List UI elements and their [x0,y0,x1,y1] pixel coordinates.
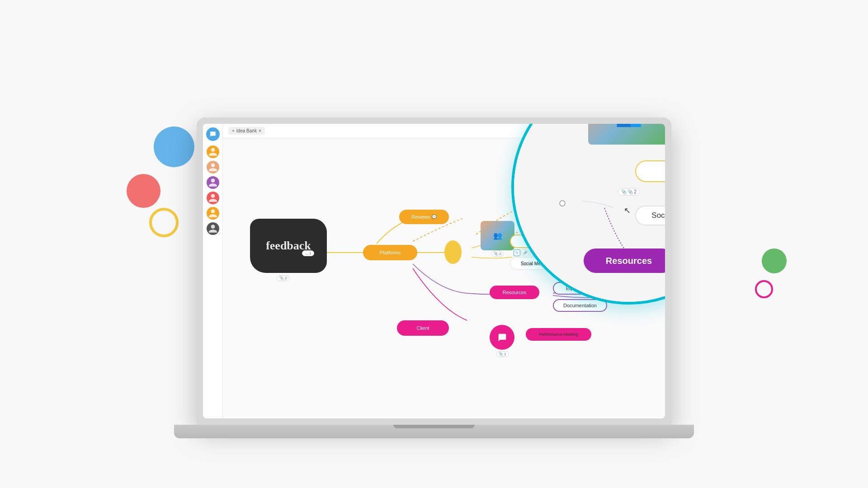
tab-plus: + [232,128,235,133]
sidebar-avatar-2[interactable] [207,161,219,174]
deco-yellow-ring [149,208,179,237]
tab-label: Idea Bank [236,128,257,133]
performance-meeting-label: Performance Meeting [539,332,578,337]
zoom-email-node[interactable]: Email [635,160,665,182]
documentation-label: Documentation [563,303,597,308]
zoom-content: 👥 📎📎 2 [514,124,665,302]
chat-circle-node[interactable] [490,325,514,350]
zoom-overlay: 👥 📎📎 2 [511,124,665,305]
zoom-cursor: ↖ [624,206,631,216]
laptop-notch [393,425,475,428]
reviews-icon: 💬 [432,215,437,219]
zoom-photo: 👥 [588,124,665,145]
sidebar-avatar-3[interactable] [207,176,219,189]
chalk-node-badge: 📎2 [276,275,290,281]
zoom-social-media-label: Social Media [651,211,665,220]
laptop-body: + Idea Bank × [197,117,671,425]
image-badge: 📎 2 [491,251,504,257]
client-node[interactable]: Client [397,320,449,336]
laptop-screen: + Idea Bank × [203,124,665,418]
deco-red-circle [127,174,160,208]
laptop: + Idea Bank × [185,72,683,425]
sidebar-avatar-1[interactable] [207,145,219,158]
tab-close: × [259,128,261,133]
reviews-label: Reviews [411,214,430,220]
feedback-chalk-node[interactable]: feedback [250,219,327,273]
main-canvas: + Idea Bank × [223,124,665,418]
zoom-social-media-node[interactable]: Social Media [635,206,665,225]
yellow-oval-node [444,240,462,264]
zoom-resources-node[interactable]: Resources [584,249,665,273]
sidebar-chat-icon[interactable] [206,127,220,141]
sidebar [203,124,223,418]
performance-meeting-node[interactable]: Performance Meeting [526,328,591,341]
chat-node-badge: 📎 1 [496,351,509,357]
sidebar-avatar-4[interactable] [207,192,219,204]
sidebar-avatar-6[interactable] [207,222,219,235]
reviews-node[interactable]: Reviews 💬 [399,210,449,224]
zoom-photo-badge: 📎📎 2 [618,188,640,196]
deco-green-circle [762,249,787,273]
zoom-resources-label: Resources [606,256,652,266]
sidebar-avatar-5[interactable] [207,207,219,220]
image-node: 👥 📎 2 [481,221,514,250]
platforms-node[interactable]: Platforms [363,245,417,260]
idea-bank-tab[interactable]: + Idea Bank × [228,127,265,135]
zoom-radio-btn[interactable] [559,200,566,206]
client-label: Client [416,325,429,331]
platforms-label: Platforms [380,250,401,255]
reviews-count-badge: ... 1 [302,250,314,256]
deco-pink-ring [755,280,773,298]
